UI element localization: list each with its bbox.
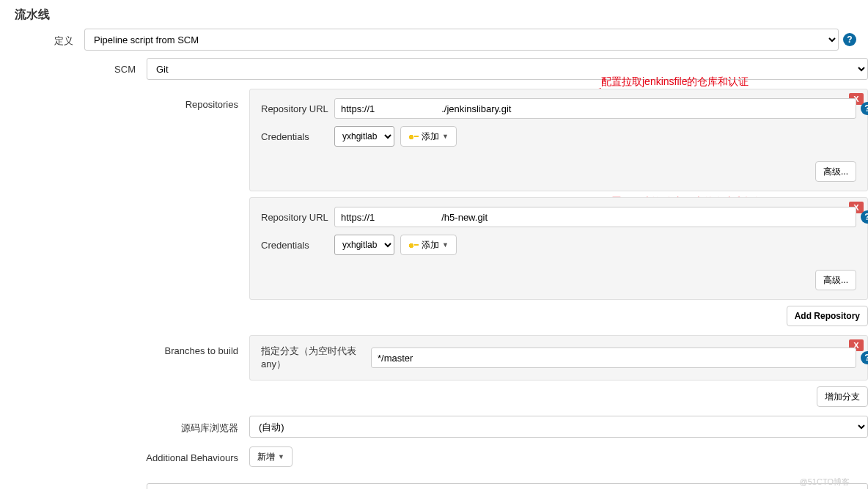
browser-select[interactable]: (自动)	[249, 416, 868, 438]
repo-url-input[interactable]	[334, 207, 856, 227]
scm-label: SCM	[0, 58, 147, 75]
advanced-button[interactable]: 高级...	[815, 270, 856, 290]
page-title: 流水线	[0, 0, 868, 29]
definition-row: 定义 Pipeline script from SCM ?	[0, 29, 868, 51]
repositories-section: Repositories 配置拉取jenkinsfile的仓库和认证 ? X R…	[0, 89, 868, 326]
help-icon[interactable]: ?	[843, 33, 856, 46]
chevron-down-icon: ▼	[442, 133, 449, 140]
branches-label: Branches to build	[0, 335, 249, 356]
behaviours-label: Additional Behaviours	[0, 446, 249, 463]
credentials-label: Credentials	[261, 131, 334, 142]
credentials-select[interactable]: yxhgitlab	[334, 235, 394, 255]
repo-url-label: Repository URL	[261, 103, 334, 114]
repository-block: X Repository URL ? Credentials yxhgitlab…	[249, 89, 868, 191]
add-credential-button[interactable]: 添加 ▼	[400, 235, 457, 255]
definition-label: 定义	[0, 29, 84, 48]
script-path-label: 脚本路径	[0, 483, 147, 489]
repo-url-label: Repository URL	[261, 212, 334, 223]
help-icon[interactable]: ?	[861, 210, 868, 224]
script-path-row: 脚本路径	[0, 483, 868, 489]
repo-url-input[interactable]	[334, 98, 856, 119]
chevron-down-icon: ▼	[278, 453, 284, 460]
behaviours-row: Additional Behaviours 新增 ▼	[0, 446, 868, 467]
scm-select[interactable]: Git	[147, 58, 868, 80]
watermark-text: @51CTO博客	[800, 477, 850, 488]
help-icon[interactable]: ?	[861, 102, 868, 115]
browser-label: 源码库浏览器	[0, 416, 249, 435]
advanced-button[interactable]: 高级...	[815, 161, 856, 182]
branch-spec-input[interactable]	[371, 348, 856, 368]
scm-row: SCM Git ?	[0, 58, 868, 80]
script-path-input[interactable]	[147, 483, 868, 489]
branch-spec-label: 指定分支（为空时代表any）	[261, 345, 371, 371]
add-repository-button[interactable]: Add Repository	[787, 306, 868, 326]
add-behaviour-button[interactable]: 新增 ▼	[249, 446, 293, 467]
key-icon	[408, 133, 419, 140]
credentials-label: Credentials	[261, 240, 334, 251]
branches-section: Branches to build ? X 指定分支（为空时代表any） ? 增…	[0, 335, 868, 407]
help-icon[interactable]: ?	[861, 351, 868, 364]
branch-block: X 指定分支（为空时代表any） ?	[249, 335, 868, 380]
add-credential-button[interactable]: 添加 ▼	[400, 126, 457, 147]
add-branch-button[interactable]: 增加分支	[817, 386, 868, 407]
browser-row: 源码库浏览器 (自动) ?	[0, 416, 868, 438]
credentials-select[interactable]: yxhgitlab	[334, 126, 394, 147]
chevron-down-icon: ▼	[442, 241, 449, 249]
repositories-label: Repositories	[0, 89, 249, 110]
repository-block: X Repository URL ? Credentials yxhgitlab…	[249, 197, 868, 300]
definition-select[interactable]: Pipeline script from SCM	[84, 29, 839, 51]
key-icon	[408, 241, 419, 249]
